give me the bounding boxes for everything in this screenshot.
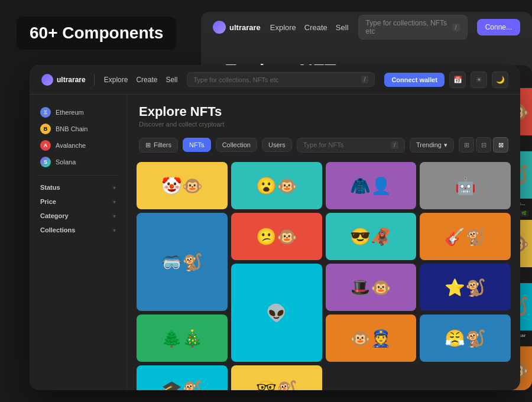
view-buttons: ⊞ ⊟ ⊠ (459, 137, 508, 153)
status-chevron-icon: ▾ (113, 184, 116, 191)
trending-chevron-icon: ▾ (444, 141, 447, 149)
back-connect-button[interactable]: Conne... (477, 19, 520, 35)
avax-icon: A (40, 140, 51, 151)
hero-label: 60+ Components (17, 17, 176, 50)
filters-label: Filters (154, 141, 171, 148)
filter-icon: ⊞ (145, 141, 151, 149)
nft-emoji-1: 🤡🐵 (137, 162, 228, 209)
back-logo: ultrarare (213, 21, 261, 34)
ethereum-label: Ethereum (56, 109, 84, 116)
nft-card-10[interactable]: 🎩🐵 (326, 264, 417, 311)
category-filter[interactable]: Category ▾ (37, 209, 119, 223)
sun-icon[interactable]: ☀ (471, 72, 487, 88)
back-search[interactable]: Type for collections, NFTs etc / (358, 15, 468, 40)
bnb-icon: B (40, 124, 51, 134)
back-nav-links: Explore Create Sell (270, 23, 349, 32)
sidebar: Ξ Ethereum B BNB Chain A Avalanche S Sol… (30, 95, 127, 390)
nft-card-8[interactable]: 🎸🐒 (420, 213, 511, 260)
back-logo-text: ultrarare (229, 23, 261, 32)
status-filter[interactable]: Status ▾ (37, 180, 119, 194)
nft-card-3[interactable]: 🧥👤 (326, 162, 417, 209)
nft-emoji-11: ⭐🐒 (420, 264, 511, 311)
category-chevron-icon: ▾ (113, 213, 116, 219)
nft-card-7[interactable]: 😎🦧 (326, 213, 417, 260)
sidebar-divider (37, 175, 119, 176)
explore-header: Explore NFTs Discover and collect crypto… (127, 95, 520, 132)
back-nav-sell[interactable]: Sell (336, 23, 349, 32)
nft-emoji-9: 👽 (231, 264, 322, 362)
nav-explore[interactable]: Explore (104, 76, 128, 84)
filters-button[interactable]: ⊞ Filters (139, 138, 178, 153)
back-search-slash: / (452, 24, 460, 31)
nft-card-12[interactable]: 🌲🎄 (137, 315, 228, 362)
filter-bar: ⊞ Filters NFTs Collection Users Type for… (127, 132, 520, 157)
nft-emoji-5: 🥽🐒 (137, 213, 228, 311)
collection-tab[interactable]: Collection (216, 138, 257, 152)
view-btn-grid2[interactable]: ⊞ (459, 137, 474, 153)
ethereum-icon: Ξ (40, 107, 51, 118)
chain-solana[interactable]: S Solana (37, 154, 119, 170)
nft-card-15[interactable]: 🎓🐒 (137, 365, 228, 390)
main-nav: ultrarare Explore Create Sell Type for c… (30, 65, 520, 95)
price-chevron-icon: ▾ (113, 199, 116, 205)
nfts-tab[interactable]: NFTs (183, 138, 211, 152)
chain-avalanche[interactable]: A Avalanche (37, 137, 119, 154)
moon-icon[interactable]: 🌙 (492, 72, 508, 88)
nft-emoji-12: 🌲🎄 (137, 315, 228, 362)
back-nav-create[interactable]: Create (304, 23, 327, 32)
nav-sell[interactable]: Sell (166, 76, 177, 84)
back-logo-icon (213, 21, 226, 34)
view-btn-masonry[interactable]: ⊠ (493, 137, 508, 153)
price-label: Price (40, 198, 56, 205)
nft-search-placeholder: Type for NFTs (303, 141, 343, 148)
nft-card-11[interactable]: ⭐🐒 (420, 264, 511, 311)
nft-emoji-4: 🤖 (420, 162, 511, 209)
nft-emoji-10: 🎩🐵 (326, 264, 417, 311)
nav-create[interactable]: Create (136, 76, 157, 84)
nft-card-16[interactable]: 🤓🐒 (231, 365, 322, 390)
nft-emoji-3: 🧥👤 (326, 162, 417, 209)
nft-emoji-7: 😎🦧 (326, 213, 417, 260)
main-content: Ξ Ethereum B BNB Chain A Avalanche S Sol… (30, 95, 520, 390)
nft-emoji-14: 😤🐒 (420, 315, 511, 362)
nft-card-1[interactable]: 🤡🐵 (137, 162, 228, 209)
nft-emoji-16: 🤓🐒 (231, 365, 322, 390)
nft-card-6[interactable]: 😕🐵 (231, 213, 322, 260)
collections-label: Collections (40, 226, 75, 234)
sol-icon: S (40, 157, 51, 167)
view-btn-grid3[interactable]: ⊟ (476, 137, 491, 153)
chain-bnb[interactable]: B BNB Chain (37, 121, 119, 137)
nft-grid: 🤡🐵 😮🐵 🧥👤 🤖 🥽🐒 (137, 162, 511, 390)
status-label: Status (40, 184, 60, 191)
main-search[interactable]: Type for collections, NFTs etc / (187, 72, 375, 87)
connect-wallet-button[interactable]: Connect wallet (384, 73, 445, 87)
collection-label: Collection (222, 141, 251, 148)
price-filter[interactable]: Price ▾ (37, 194, 119, 209)
nft-card-4[interactable]: 🤖 (420, 162, 511, 209)
back-nav-explore[interactable]: Explore (270, 23, 296, 32)
nft-card-13[interactable]: 🐵👮 (326, 315, 417, 362)
explore-title: Explore NFTs (139, 104, 508, 119)
main-search-placeholder: Type for collections, NFTs etc (193, 76, 278, 83)
nft-card-2[interactable]: 😮🐵 (231, 162, 322, 209)
calendar-icon[interactable]: 📅 (449, 72, 466, 88)
nft-card-5[interactable]: 🥽🐒 (137, 213, 228, 311)
main-card: ultrarare Explore Create Sell Type for c… (30, 65, 520, 390)
main-logo: ultrarare (41, 74, 95, 86)
nft-card-14[interactable]: 😤🐒 (420, 315, 511, 362)
chain-ethereum[interactable]: Ξ Ethereum (37, 104, 119, 121)
back-nav: ultrarare Explore Create Sell Type for c… (201, 12, 532, 43)
nft-card-9[interactable]: 👽 (231, 264, 322, 362)
nfts-label: NFTs (189, 141, 205, 148)
trending-dropdown[interactable]: Trending ▾ (410, 138, 454, 153)
explore-subtitle: Discover and collect cryptoart (139, 121, 508, 128)
category-label: Category (40, 212, 69, 219)
users-tab[interactable]: Users (262, 138, 292, 152)
nft-search[interactable]: Type for NFTs / (297, 138, 405, 153)
collections-filter[interactable]: Collections ▾ (37, 223, 119, 237)
content-area: Explore NFTs Discover and collect crypto… (127, 95, 520, 390)
avax-label: Avalanche (56, 142, 86, 149)
main-logo-text: ultrarare (57, 76, 86, 84)
main-search-slash: / (361, 76, 369, 83)
nft-emoji-15: 🎓🐒 (137, 365, 228, 390)
